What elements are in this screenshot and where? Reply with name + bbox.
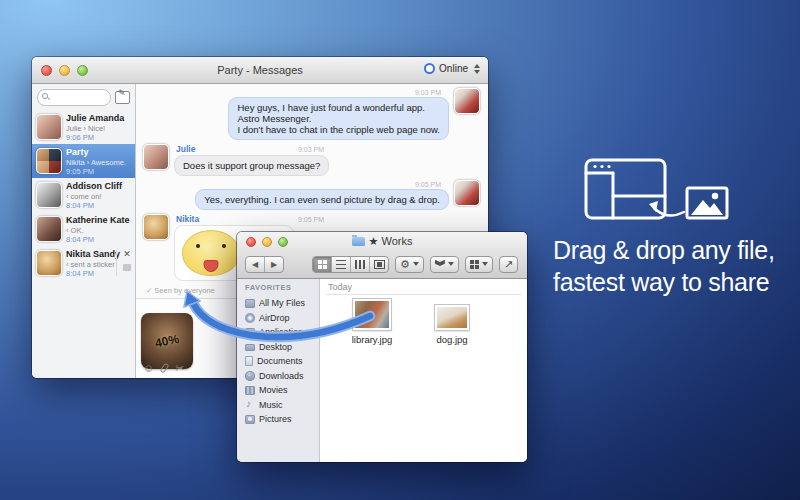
traffic-lights xyxy=(41,65,88,76)
sidebar-item-downloads[interactable]: Downloads xyxy=(245,369,319,384)
compose-button[interactable] xyxy=(115,91,130,104)
sidebar-item-pictures[interactable]: Pictures xyxy=(245,412,319,427)
pictures-icon xyxy=(245,415,255,424)
contact-name: Julie Amanda xyxy=(66,113,124,124)
messages-titlebar[interactable]: Party - Messages Online xyxy=(32,57,488,84)
message-bubble: Yes, everything. I can even send picture… xyxy=(195,189,449,210)
back-icon: ◀ xyxy=(252,260,258,269)
forward-button[interactable]: ▶ xyxy=(265,257,283,272)
dropbox-menu-button[interactable] xyxy=(430,256,459,273)
sidebar-item-movies[interactable]: Movies xyxy=(245,383,319,398)
scissors-icon[interactable]: ✂ xyxy=(175,363,184,373)
contact-preview: Nikita › Awesome. xyxy=(66,158,126,167)
finder-toolbar: ◀ ▶ ⚙ ↗ xyxy=(245,252,519,276)
conversation-sidebar: Julie Amanda Julie › Nice! 9:06 PM Party… xyxy=(32,84,136,378)
column-view-icon xyxy=(355,260,365,269)
contact-preview: Julie › Nice! xyxy=(66,124,124,133)
gear-icon: ⚙ xyxy=(400,259,410,270)
contact-list: Julie Amanda Julie › Nice! 9:06 PM Party… xyxy=(32,110,135,280)
section-divider xyxy=(326,294,521,295)
avatar xyxy=(454,88,480,114)
folder-icon xyxy=(352,237,365,246)
sidebar-item-label: Applications xyxy=(259,327,308,337)
file-item[interactable]: dog.jpg xyxy=(422,299,482,345)
icon-view-button[interactable] xyxy=(313,257,332,272)
arrange-menu-button[interactable] xyxy=(465,256,493,273)
avatar xyxy=(143,144,169,170)
contact-preview: ‹ sent a sticker xyxy=(66,260,120,269)
sidebar-item-documents[interactable]: Documents xyxy=(245,354,319,369)
minimize-button[interactable] xyxy=(59,65,70,76)
online-status-menu[interactable]: Online xyxy=(424,63,480,74)
avatar xyxy=(36,216,62,242)
window-title: Party - Messages xyxy=(217,64,303,76)
file-name: dog.jpg xyxy=(422,334,482,345)
back-button[interactable]: ◀ xyxy=(246,257,265,272)
finder-file-area[interactable]: Today library.jpg dog.jpg xyxy=(320,279,527,462)
chat-message: Julie 9:03 PM Does it support group mess… xyxy=(143,144,480,176)
chevron-down-icon xyxy=(413,262,419,266)
contact-row[interactable]: Julie Amanda Julie › Nice! 9:06 PM xyxy=(32,110,135,144)
applications-icon xyxy=(245,328,255,337)
share-button[interactable]: ↗ xyxy=(499,256,518,273)
file-thumbnail xyxy=(353,299,391,330)
attachment-icon[interactable] xyxy=(160,363,170,374)
contact-time: 8:04 PM xyxy=(66,201,122,210)
avatar xyxy=(143,214,169,240)
emoji-icon[interactable]: ☺ xyxy=(143,363,154,373)
sidebar-item-applications[interactable]: Applications xyxy=(245,325,319,340)
music-icon xyxy=(245,400,255,409)
chevron-down-icon xyxy=(482,262,488,266)
close-button[interactable] xyxy=(41,65,52,76)
contact-row[interactable]: Nikita Sandy ‹ sent a sticker 8:04 PM ✕ xyxy=(32,246,135,280)
status-dropdown-icon xyxy=(474,64,480,74)
sidebar-item-airdrop[interactable]: AirDrop xyxy=(245,311,319,326)
list-view-button[interactable] xyxy=(332,257,351,272)
contact-name: Katherine Kate xyxy=(66,215,130,226)
message-time: 9:05 PM xyxy=(298,216,324,223)
sidebar-item-label: Movies xyxy=(259,385,288,395)
search-icon xyxy=(42,93,48,99)
sidebar-item-label: AirDrop xyxy=(259,313,290,323)
favorites-header: FAVORITES xyxy=(245,283,319,292)
sidebar-item-label: Music xyxy=(259,400,283,410)
action-menu-button[interactable]: ⚙ xyxy=(395,256,424,273)
movies-icon xyxy=(245,386,255,395)
column-view-button[interactable] xyxy=(351,257,370,272)
sidebar-item-label: Downloads xyxy=(259,371,304,381)
favorites-list: All My Files AirDrop Applications Deskto… xyxy=(245,296,319,427)
documents-icon xyxy=(245,356,253,366)
sidebar-item-all-my-files[interactable]: All My Files xyxy=(245,296,319,311)
file-item[interactable]: library.jpg xyxy=(342,299,402,345)
share-icon: ↗ xyxy=(504,259,513,270)
avatar xyxy=(454,180,480,206)
contact-time: 8:04 PM xyxy=(66,269,120,278)
promo-text: Drag & drop any file, fastest way to sha… xyxy=(553,234,775,298)
message-time: 9:03 PM xyxy=(415,89,441,96)
icon-view-icon xyxy=(318,260,327,269)
contact-name: Nikita Sandy xyxy=(66,249,120,260)
sidebar-item-music[interactable]: Music xyxy=(245,398,319,413)
sidebar-item-desktop[interactable]: Desktop xyxy=(245,340,319,355)
finder-titlebar[interactable]: ★ Works ◀ ▶ ⚙ ↗ xyxy=(237,232,527,279)
finder-sidebar: FAVORITES All My Files AirDrop Applicati… xyxy=(237,279,320,462)
sidebar-item-label: Documents xyxy=(257,356,303,366)
chevron-down-icon xyxy=(448,262,454,266)
close-conversation-button[interactable]: ✕ xyxy=(123,250,131,259)
zoom-button[interactable] xyxy=(77,65,88,76)
screenshot-stage: Drag & drop any file, fastest way to sha… xyxy=(0,0,800,500)
tongue-out-smiley-sticker xyxy=(182,230,240,276)
list-view-icon xyxy=(336,260,346,269)
online-indicator-icon xyxy=(424,63,435,74)
contact-time: 9:05 PM xyxy=(66,167,126,176)
message-bubble: Does it support group message? xyxy=(174,155,329,176)
contact-row[interactable]: Party Nikita › Awesome. 9:05 PM xyxy=(32,144,135,178)
search-input[interactable] xyxy=(37,89,111,106)
upload-progress-label: 40% xyxy=(154,332,180,351)
file-thumbnail xyxy=(435,305,469,330)
contact-row[interactable]: Katherine Kate ‹ OK. 8:04 PM xyxy=(32,212,135,246)
contact-row[interactable]: Addison Cliff ‹ come on! 8:04 PM xyxy=(32,178,135,212)
finder-window: ★ Works ◀ ▶ ⚙ ↗ FAVO xyxy=(237,232,527,462)
file-name: library.jpg xyxy=(342,334,402,345)
coverflow-view-button[interactable] xyxy=(370,257,388,272)
